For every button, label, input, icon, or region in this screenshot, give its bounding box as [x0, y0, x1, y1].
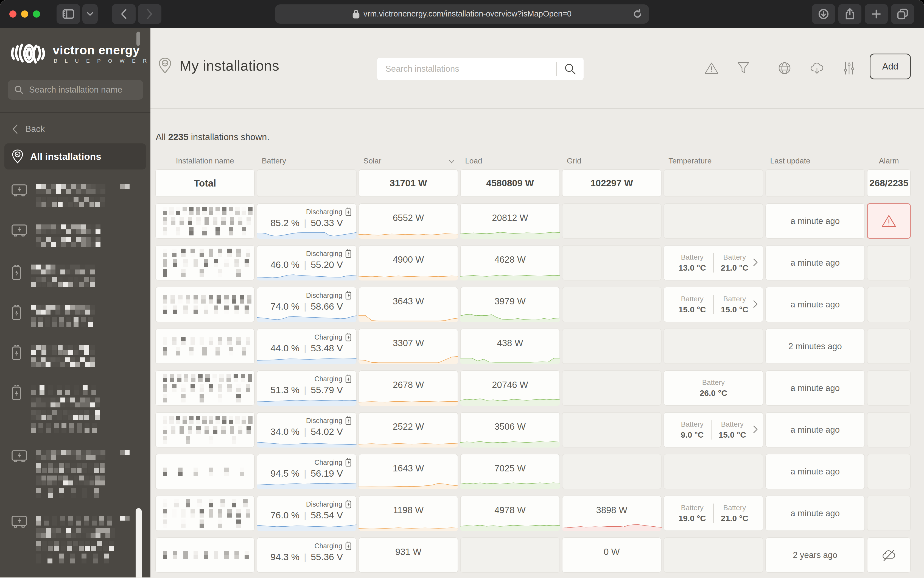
sidebar-back-button[interactable]: Back — [12, 124, 150, 134]
minimize-window-button[interactable] — [21, 10, 28, 18]
back-label: Back — [25, 124, 45, 134]
lock-icon — [353, 9, 359, 19]
solar-value: 3307 W — [359, 338, 458, 348]
last-update-value: 2 minutes ago — [788, 341, 842, 351]
battery-icon — [11, 384, 22, 401]
share-button[interactable] — [838, 4, 861, 24]
table-header-row: Installation nameBatterySolarLoadGridTem… — [155, 157, 911, 166]
redacted-text — [163, 436, 255, 444]
downloads-button[interactable] — [812, 4, 835, 24]
forward-button[interactable] — [138, 4, 162, 24]
redacted-text — [163, 394, 255, 403]
sidebar-search-input[interactable]: Search installation name — [8, 80, 143, 100]
column-header-battery[interactable]: Battery — [257, 157, 356, 166]
installations-search[interactable]: Search installations — [377, 58, 584, 80]
redacted-text — [163, 509, 255, 518]
sidebar-installation-item[interactable] — [11, 184, 150, 207]
new-tab-button[interactable] — [865, 4, 888, 24]
table-row[interactable]: Discharging 74.0 %|58.66 V 3643 W 3979 W… — [155, 287, 911, 322]
column-header-alarm[interactable]: Alarm — [867, 157, 911, 166]
battery-icon — [11, 304, 22, 321]
cloud-download-icon[interactable] — [810, 62, 824, 75]
table-row[interactable]: Discharging 46.0 %|55.20 V 4900 W 4628 W… — [155, 245, 911, 281]
zoom-window-button[interactable] — [33, 10, 40, 18]
column-header-installation-name[interactable]: Installation name — [155, 157, 255, 166]
table-row[interactable]: Discharging 76.0 %|58.54 V 1198 W 4978 W… — [155, 495, 911, 531]
redacted-text — [163, 551, 255, 559]
alarm-cell[interactable] — [867, 203, 911, 239]
search-icon[interactable] — [564, 63, 576, 75]
grid-cell — [562, 454, 662, 489]
add-installation-button[interactable]: Add — [870, 54, 911, 80]
redacted-text — [31, 305, 95, 315]
table-row[interactable]: Discharging 34.0 %|54.02 V 2522 W 3506 W… — [155, 412, 911, 448]
grid-value: 3898 W — [562, 505, 662, 515]
tab-overview-button[interactable] — [891, 4, 914, 24]
temperature-cell: Battery19.0 °CBattery21.0 °C — [663, 495, 763, 531]
globe-icon[interactable] — [778, 62, 791, 75]
column-header-temperature[interactable]: Temperature — [663, 157, 763, 166]
solar-sparkline — [359, 435, 458, 448]
redacted-text — [36, 450, 105, 460]
sidebar-scrollbar-thumb[interactable] — [136, 32, 140, 46]
table-row[interactable]: Charging 44.0 %|53.48 V 3307 W 438 W 2 m… — [155, 328, 911, 364]
column-settings-icon[interactable] — [843, 61, 855, 75]
load-cell: 4978 W — [460, 495, 560, 531]
column-header-solar[interactable]: Solar — [359, 157, 458, 166]
column-header-label: Alarm — [879, 157, 899, 166]
sidebar-installation-item[interactable] — [11, 264, 150, 287]
filter-icon[interactable] — [737, 62, 749, 75]
sidebar-scrollbar-track[interactable] — [136, 508, 142, 578]
refresh-icon[interactable] — [633, 9, 642, 19]
sidebar-item-all-installations[interactable]: All installations — [4, 143, 146, 169]
installation-name-cell — [155, 412, 255, 448]
column-header-label: Battery — [262, 157, 286, 166]
battery-cell: Discharging 76.0 %|58.54 V — [257, 495, 356, 531]
battery-voltage: 58.66 V — [311, 301, 343, 312]
sidebar-dropdown-button[interactable] — [83, 4, 98, 24]
table-row[interactable]: Charging 51.3 %|55.79 V 2678 W 20746 W B… — [155, 370, 911, 406]
sidebar-installation-item[interactable] — [11, 450, 150, 498]
table-row[interactable]: Charging 94.3 %|55.36 V931 W0 W2 years a… — [155, 537, 911, 573]
table-row[interactable]: Charging 94.5 %|56.19 V 1643 W 7025 W a … — [155, 454, 911, 489]
temperature-expand-chevron[interactable] — [753, 425, 758, 435]
column-header-load[interactable]: Load — [460, 157, 560, 166]
solar-sparkline — [359, 393, 458, 406]
back-button[interactable] — [112, 4, 136, 24]
solar-sparkline — [359, 351, 458, 364]
battery-voltage: 55.20 V — [311, 259, 343, 270]
alarm-cell — [867, 454, 911, 489]
load-cell: 438 W — [460, 328, 560, 364]
battery-cell: Discharging 46.0 %|55.20 V — [257, 245, 356, 281]
address-bar[interactable]: vrm.victronenergy.com/installation-overv… — [275, 4, 649, 24]
load-cell: 20746 W — [460, 370, 560, 406]
sidebar-installation-item[interactable] — [11, 224, 150, 247]
browser-chrome: vrm.victronenergy.com/installation-overv… — [0, 0, 924, 28]
battery-voltage: 55.79 V — [311, 385, 343, 395]
temperature-value: 15.0 °C — [678, 305, 706, 314]
sidebar-installation-item[interactable] — [11, 304, 150, 327]
temperature-label: Battery — [678, 295, 706, 303]
sidebar-installation-item[interactable] — [11, 515, 150, 563]
battery-status: Charging — [314, 333, 351, 342]
page-title: My installations — [180, 57, 279, 74]
load-cell: 7025 W — [460, 454, 560, 489]
load-value: 4628 W — [460, 254, 560, 265]
battery-sparkline — [257, 312, 356, 322]
sidebar-toggle-button[interactable] — [57, 4, 80, 24]
sidebar-installation-item[interactable] — [11, 384, 150, 433]
temperature-label: Battery — [681, 420, 704, 429]
solar-sparkline — [359, 268, 458, 281]
redacted-text — [36, 488, 105, 498]
close-window-button[interactable] — [9, 10, 16, 18]
temperature-expand-chevron[interactable] — [753, 300, 758, 309]
temperature-expand-chevron[interactable] — [753, 258, 758, 268]
alarms-filter-icon[interactable] — [704, 62, 718, 75]
sidebar-installation-item[interactable] — [11, 344, 150, 367]
column-header-last-update[interactable]: Last update — [765, 157, 865, 166]
load-value: 20812 W — [460, 213, 560, 223]
table-row[interactable]: Discharging 85.2 %|50.33 V 6552 W 20812 … — [155, 203, 911, 239]
battery-soc: 34.0 % — [270, 426, 299, 437]
column-header-grid[interactable]: Grid — [562, 157, 662, 166]
battery-soc-voltage: 46.0 %|55.20 V — [257, 259, 356, 270]
